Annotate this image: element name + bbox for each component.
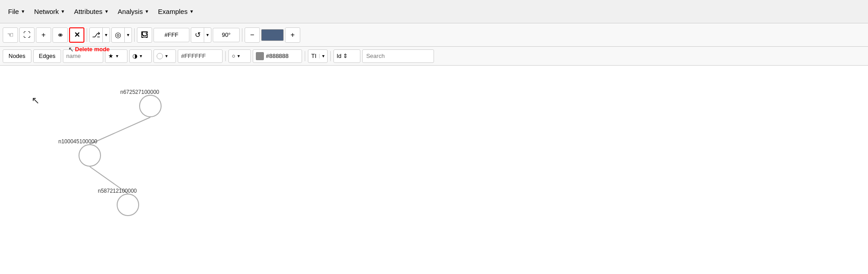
menu-examples-arrow: ▼ xyxy=(189,9,194,14)
add-node-button[interactable]: + xyxy=(36,27,51,43)
color-swatch[interactable] xyxy=(261,29,284,41)
plus2-icon: + xyxy=(290,31,294,39)
rotation-input[interactable] xyxy=(213,28,240,42)
nodes-separator-3 xyxy=(330,51,331,61)
contrast-select[interactable]: ◑ ▼ xyxy=(129,49,152,63)
menu-attributes-label: Attributes xyxy=(74,8,102,15)
plus-icon: + xyxy=(41,31,45,39)
id-select[interactable]: Id ⇕ xyxy=(333,49,360,63)
toolbar-separator-3 xyxy=(242,28,242,42)
fill-color-select[interactable]: ▼ xyxy=(153,49,176,63)
shape-select[interactable]: ★ ▼ xyxy=(105,49,127,63)
graph-node-2[interactable] xyxy=(79,144,101,167)
name-input[interactable] xyxy=(63,49,103,63)
canvas-cursor: ↖ xyxy=(31,95,39,106)
border-shape-arrow: ▼ xyxy=(237,54,241,58)
menu-analysis-arrow: ▼ xyxy=(145,9,149,14)
rotate-arrow: ▼ xyxy=(204,28,211,42)
menu-file[interactable]: File ▼ xyxy=(4,6,29,17)
rotate-icon: ↺ xyxy=(191,28,204,42)
target-button[interactable]: ◎ ▼ xyxy=(111,27,132,43)
graph-label-1: n672527100000 xyxy=(120,89,159,95)
delete-icon: ✕ xyxy=(74,31,80,39)
fill-color-hex-input[interactable] xyxy=(178,49,223,63)
sort-icon: ⇕ xyxy=(343,53,348,59)
image-tool-button[interactable]: ⛶ xyxy=(19,27,35,43)
graph-node-1[interactable] xyxy=(139,95,162,117)
edges-tab[interactable]: Edges xyxy=(33,49,61,63)
zoom-out-button[interactable]: − xyxy=(245,27,260,43)
link-icon: ⚭ xyxy=(57,30,64,40)
share-icon: ⎇ xyxy=(90,28,102,42)
photo-icon: ⛾ xyxy=(141,31,148,39)
menu-attributes[interactable]: Attributes ▼ xyxy=(70,6,112,17)
link-tool-button[interactable]: ⚭ xyxy=(53,27,68,43)
rotate-button[interactable]: ↺ ▼ xyxy=(191,27,211,43)
menu-network-arrow: ▼ xyxy=(61,9,65,14)
shape-arrow: ▼ xyxy=(115,54,119,58)
nodes-edges-toolbar: Nodes Edges ★ ▼ ◑ ▼ ▼ ○ ▼ #888888 TI ▼ I… xyxy=(0,47,868,66)
graph-label-3: n587212100000 xyxy=(98,188,137,194)
target-icon: ◎ xyxy=(112,28,124,42)
border-color-container: #888888 xyxy=(253,49,302,63)
toolbar-separator-1 xyxy=(87,28,87,42)
menu-file-arrow: ▼ xyxy=(21,9,25,14)
zoom-in-button[interactable]: + xyxy=(285,27,300,43)
border-color-swatch xyxy=(256,52,264,60)
hand-tool-button[interactable]: ☜ xyxy=(3,27,18,43)
ti-button[interactable]: TI ▼ xyxy=(308,49,327,63)
graph-canvas: ↖ n672527100000 n100045100000 n587212100… xyxy=(0,66,868,274)
contrast-icon: ◑ xyxy=(132,53,137,59)
menu-analysis[interactable]: Analysis ▼ xyxy=(114,6,153,17)
graph-edge-1 xyxy=(90,117,150,144)
nodes-tab[interactable]: Nodes xyxy=(3,49,31,63)
menu-analysis-label: Analysis xyxy=(118,8,143,15)
edges-tab-label: Edges xyxy=(39,53,56,59)
fill-color-swatch xyxy=(157,53,163,59)
contrast-arrow: ▼ xyxy=(139,54,143,58)
image-icon: ⛶ xyxy=(23,31,31,39)
share-button[interactable]: ⎇ ▼ xyxy=(89,27,110,43)
menu-examples[interactable]: Examples ▼ xyxy=(154,6,197,17)
menu-network-label: Network xyxy=(34,8,59,15)
main-toolbar: ☜ ⛶ + ⚭ ✕ ↖ Delete mode ⎇ ▼ ◎ ▼ ⛾ ↺ ▼ xyxy=(0,23,868,47)
screenshot-button[interactable]: ⛾ xyxy=(137,27,152,43)
share-arrow: ▼ xyxy=(102,28,110,42)
graph-edges-svg xyxy=(0,66,868,274)
border-shape-icon: ○ xyxy=(232,53,235,59)
graph-label-2: n100045100000 xyxy=(58,138,97,145)
target-arrow: ▼ xyxy=(124,28,132,42)
background-color-input[interactable] xyxy=(153,28,189,42)
nodes-tab-label: Nodes xyxy=(9,53,26,59)
delete-tool-button[interactable]: ✕ ↖ Delete mode xyxy=(69,27,84,43)
minus-icon: − xyxy=(250,31,254,39)
nodes-separator-1 xyxy=(225,51,226,61)
graph-node-3[interactable] xyxy=(117,194,139,216)
ti-label: TI xyxy=(308,53,319,59)
toolbar-separator-2 xyxy=(134,28,135,42)
menu-network[interactable]: Network ▼ xyxy=(31,6,69,17)
search-input[interactable] xyxy=(362,49,434,63)
hand-icon: ☜ xyxy=(7,31,13,39)
ti-arrow: ▼ xyxy=(319,54,327,58)
menu-bar: File ▼ Network ▼ Attributes ▼ Analysis ▼… xyxy=(0,0,868,23)
id-label: Id xyxy=(337,53,342,59)
border-shape-select[interactable]: ○ ▼ xyxy=(228,49,251,63)
menu-file-label: File xyxy=(8,8,19,15)
star-icon: ★ xyxy=(108,53,114,59)
nodes-separator-2 xyxy=(305,51,305,61)
menu-examples-label: Examples xyxy=(158,8,188,15)
fill-arrow: ▼ xyxy=(164,54,168,58)
menu-attributes-arrow: ▼ xyxy=(104,9,109,14)
border-color-value: #888888 xyxy=(266,53,289,59)
